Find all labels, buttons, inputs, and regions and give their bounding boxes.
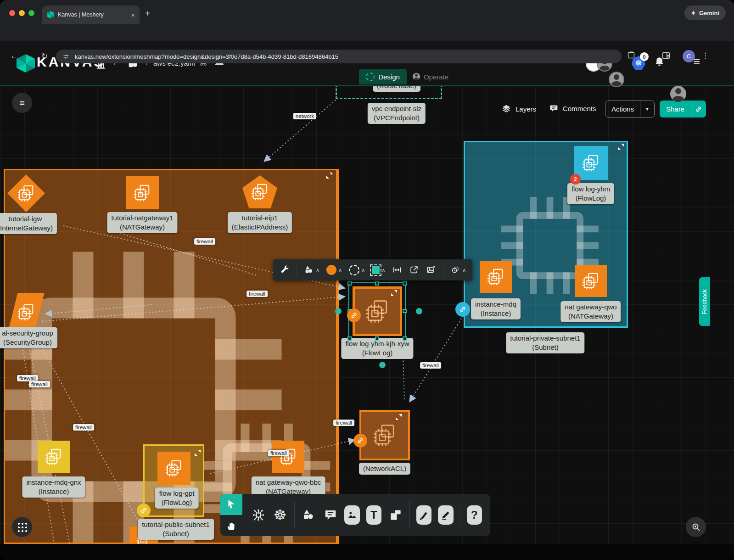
help-icon: ? (471, 509, 478, 521)
pencil-icon (440, 509, 452, 521)
stroke-style-button[interactable]: ∧ (349, 265, 365, 275)
node-flow-log-gpt[interactable] (157, 452, 191, 485)
zoom-in-button[interactable] (686, 517, 706, 537)
text-tool[interactable]: T (366, 505, 381, 525)
browser-toolbar: ← → ↻ kanvas.new/extension/meshmap?mode=… (0, 24, 734, 41)
sparkle-icon: ✦ (691, 10, 696, 17)
comment-tool[interactable] (323, 505, 338, 525)
resize-handle-icon[interactable] (326, 173, 332, 179)
tab-operate[interactable]: Operate (407, 69, 454, 84)
browser-tab[interactable]: Kanvas | Meshery × (42, 6, 140, 24)
layers-button[interactable]: Layers (501, 104, 536, 114)
canvas-menu-button[interactable]: ≡ (12, 93, 32, 113)
kubernetes-tool[interactable]: ☸ (272, 505, 287, 525)
mode-tabs: Design Operate (359, 69, 454, 84)
open-external-button[interactable] (409, 265, 419, 275)
fill-color-button[interactable]: ∧ (326, 265, 342, 275)
actions-button[interactable]: Actions ▾ (605, 101, 655, 118)
selection-handle[interactable] (375, 336, 379, 341)
share-link-icon[interactable] (691, 101, 706, 118)
node-instance-mdq[interactable] (480, 261, 512, 293)
apps-grid-button[interactable] (12, 517, 32, 537)
maximize-window-button[interactable] (28, 10, 34, 16)
selection-handle[interactable] (347, 281, 352, 286)
edge-label: firewall (247, 291, 268, 297)
layers-icon (501, 104, 511, 114)
browser-profile-avatar[interactable]: C (683, 50, 695, 62)
node-label: flow log-gpt(FlowLog) (155, 487, 199, 509)
edge-pen-tool[interactable] (416, 505, 431, 525)
resize-handle-icon[interactable] (391, 290, 397, 296)
link-badge[interactable] (137, 504, 151, 517)
node-nat-gateway-qwo[interactable] (575, 265, 607, 297)
divider (297, 263, 297, 276)
component-graph-tool[interactable] (251, 505, 266, 525)
site-info-icon[interactable] (62, 53, 70, 61)
gemini-button[interactable]: ✦Gemini (684, 6, 726, 20)
reload-button[interactable]: ↻ (41, 51, 48, 61)
shape-picker-button[interactable]: ∧ (304, 265, 319, 275)
close-window-button[interactable] (9, 10, 15, 16)
comments-button[interactable]: Comments (549, 104, 596, 113)
hamburger-icon: ≡ (19, 98, 25, 108)
help-button[interactable]: ? (467, 505, 482, 525)
collaborator-avatar[interactable] (609, 72, 624, 87)
link-badge[interactable] (455, 302, 470, 317)
freehand-draw-tool[interactable] (438, 505, 453, 525)
save-page-icon[interactable] (626, 50, 636, 61)
selection-style-button[interactable]: ∧ (372, 266, 385, 274)
address-bar[interactable]: kanvas.new/extension/meshmap?mode=design… (56, 50, 622, 63)
configure-tool-button[interactable] (280, 265, 290, 275)
pan-tool-button[interactable] (220, 515, 242, 536)
bookmark-star-icon[interactable]: ☆ (642, 50, 649, 61)
share-button[interactable]: Share (660, 101, 706, 118)
media-tool[interactable] (344, 505, 359, 525)
node-label: nat gateway-qwo(NATGateway) (560, 301, 621, 322)
node-instance-gnx[interactable] (38, 441, 70, 473)
add-image-button[interactable] (426, 265, 436, 275)
node-label: tutorial-eip1(ElasticIPAddress) (228, 212, 292, 233)
resize-handle-icon[interactable] (396, 414, 402, 420)
group-style-button[interactable]: ∧ (450, 265, 466, 275)
edge-label: firewall (29, 381, 50, 387)
tab-close-icon[interactable]: × (131, 11, 135, 19)
forward-button[interactable]: → (26, 51, 34, 61)
feedback-tab[interactable]: Feedback (699, 277, 710, 326)
chevron-up-icon: ∧ (361, 267, 365, 273)
selection-handle[interactable] (403, 281, 407, 286)
comments-label: Comments (563, 105, 596, 112)
back-button[interactable]: ← (10, 51, 18, 61)
link-badge[interactable] (353, 434, 367, 448)
actions-caret-icon[interactable]: ▾ (640, 101, 654, 117)
tab-favicon (47, 11, 54, 18)
selection-handle[interactable] (403, 336, 407, 341)
selection-handle[interactable] (403, 309, 407, 313)
node-nat-gateway-bbc[interactable] (272, 441, 304, 473)
node-nat-gateway1[interactable] (126, 176, 159, 209)
resize-handle-icon[interactable] (618, 144, 624, 150)
select-tool-button[interactable] (220, 494, 242, 515)
browser-menu-icon[interactable]: ⋮ (701, 51, 709, 61)
selection-handle[interactable] (375, 281, 379, 286)
edge-label: firewall (73, 424, 94, 431)
grid-dots-icon (17, 522, 27, 532)
bottom-toolbar: ☸ T ? (242, 494, 490, 536)
node-network-acl[interactable] (359, 410, 410, 460)
link-badge[interactable] (347, 308, 361, 322)
selection-handle[interactable] (347, 336, 352, 341)
new-tab-button[interactable]: + (145, 8, 151, 19)
operate-tab-label: Operate (424, 73, 448, 81)
node-label: tutorial-private-subnet1(Subnet) (506, 332, 584, 353)
minimize-window-button[interactable] (19, 10, 25, 16)
cursor-icon (225, 498, 237, 510)
note-tool[interactable] (388, 505, 403, 525)
user-avatar[interactable] (670, 86, 686, 102)
shapes-tool[interactable] (301, 505, 316, 525)
resize-width-button[interactable] (392, 265, 402, 275)
side-panel-icon[interactable] (661, 50, 671, 61)
resize-handle-icon[interactable] (195, 450, 201, 456)
tab-design[interactable]: Design (359, 69, 407, 84)
edge-label: firewall (17, 375, 38, 381)
edge-label: firewall (333, 420, 354, 426)
chip-icon (581, 153, 600, 173)
